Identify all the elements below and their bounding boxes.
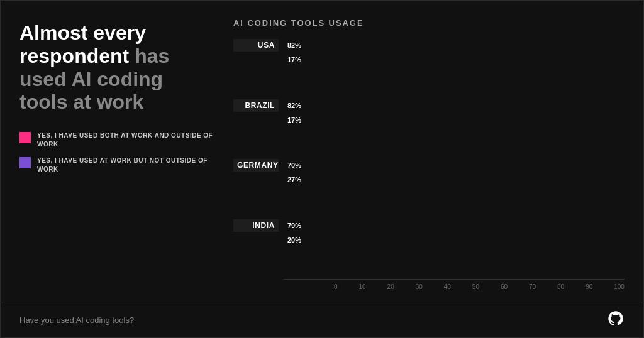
x-axis-50: 50	[472, 283, 479, 290]
x-axis-70: 70	[529, 283, 536, 290]
bar-row-brazil-pink: BRAZIL 82%	[233, 99, 625, 112]
bar-value-brazil-pink: 82%	[287, 102, 301, 109]
country-label-brazil-empty	[233, 118, 279, 122]
right-panel: AI CODING TOOLS USAGE USA 82%	[233, 18, 625, 295]
country-label-germany-empty	[233, 178, 279, 182]
bar-row-usa-purple: 17%	[233, 53, 625, 66]
legend-item-purple: YES, I HAVE USED AT WORK BUT NOT OUTSIDE…	[19, 156, 214, 174]
chart-area: USA 82% 17%	[233, 39, 625, 295]
x-axis-90: 90	[586, 283, 592, 290]
bar-container-usa-pink: 82%	[284, 39, 625, 52]
bar-container-germany-pink: 70%	[284, 159, 625, 172]
bar-container-usa-purple: 17%	[284, 53, 625, 66]
country-label-usa-empty	[233, 58, 279, 62]
country-label-india: INDIA	[233, 219, 279, 232]
legend: YES, I HAVE USED BOTH AT WORK AND OUTSID…	[19, 131, 214, 174]
x-axis: 0 10 20 30 40 50 60 70 80 90 100	[284, 279, 625, 290]
bar-row-usa-pink: USA 82%	[233, 39, 625, 52]
headline: Almost every respondent has used AI codi…	[19, 21, 214, 114]
bar-container-india-pink: 79%	[284, 219, 625, 232]
x-axis-40: 40	[444, 283, 451, 290]
footer: Have you used AI coding tools?	[1, 302, 643, 337]
bar-row-brazil-purple: 17%	[233, 114, 625, 126]
country-label-india-empty	[233, 238, 279, 242]
bar-container-india-purple: 20%	[284, 234, 625, 246]
bar-value-usa-pink: 82%	[287, 41, 301, 49]
country-group-india: INDIA 79% 20%	[233, 219, 625, 246]
x-axis-spacer	[284, 283, 334, 290]
x-axis-80: 80	[557, 283, 564, 290]
bar-container-brazil-pink: 82%	[284, 99, 625, 112]
bar-value-germany-pink: 70%	[287, 161, 301, 169]
bar-row-germany-purple: 27%	[233, 173, 625, 186]
github-icon	[607, 310, 625, 330]
country-label-germany: GERMANY	[233, 159, 279, 172]
x-axis-20: 20	[387, 283, 394, 290]
bar-value-india-pink: 79%	[287, 222, 301, 229]
legend-color-purple	[19, 157, 31, 168]
chart-title: AI CODING TOOLS USAGE	[233, 18, 625, 28]
bar-value-usa-purple: 17%	[287, 56, 301, 63]
left-panel: Almost every respondent has used AI codi…	[19, 18, 214, 295]
footer-text: Have you used AI coding tools?	[19, 315, 134, 325]
main-content: Almost every respondent has used AI codi…	[1, 1, 643, 302]
country-group-usa: USA 82% 17%	[233, 39, 625, 66]
x-axis-60: 60	[501, 283, 508, 290]
main-container: Almost every respondent has used AI codi…	[0, 0, 644, 338]
country-group-germany: GERMANY 70% 27%	[233, 159, 625, 186]
bar-value-brazil-purple: 17%	[287, 116, 301, 124]
legend-label-pink: YES, I HAVE USED BOTH AT WORK AND OUTSID…	[37, 131, 214, 149]
bar-row-india-purple: 20%	[233, 234, 625, 246]
bar-row-germany-pink: GERMANY 70%	[233, 159, 625, 172]
country-label-brazil: BRAZIL	[233, 99, 279, 112]
x-axis-100: 100	[614, 283, 625, 290]
legend-item-pink: YES, I HAVE USED BOTH AT WORK AND OUTSID…	[19, 131, 214, 149]
x-axis-30: 30	[416, 283, 423, 290]
bar-value-india-purple: 20%	[287, 236, 301, 244]
x-axis-labels: 0 10 20 30 40 50 60 70 80 90 100	[334, 283, 625, 290]
bar-row-india-pink: INDIA 79%	[233, 219, 625, 232]
x-axis-0: 0	[334, 283, 338, 290]
legend-label-purple: YES, I HAVE USED AT WORK BUT NOT OUTSIDE…	[37, 156, 214, 174]
bar-container-germany-purple: 27%	[284, 173, 625, 186]
bar-container-brazil-purple: 17%	[284, 114, 625, 126]
country-label-usa: USA	[233, 39, 279, 52]
legend-color-pink	[19, 132, 31, 143]
bar-value-germany-purple: 27%	[287, 176, 301, 183]
country-group-brazil: BRAZIL 82% 17%	[233, 99, 625, 126]
x-axis-10: 10	[359, 283, 366, 290]
